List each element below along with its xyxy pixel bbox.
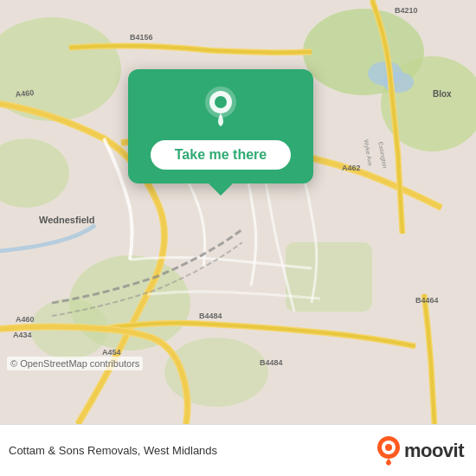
svg-text:B4464: B4464 — [415, 296, 439, 305]
svg-text:A460: A460 — [15, 88, 34, 99]
map-container: A460 B4156 A462 B4210 A460 B4484 A434 A4… — [0, 0, 476, 424]
svg-point-28 — [215, 96, 227, 108]
svg-text:A460: A460 — [16, 315, 35, 324]
take-me-there-button[interactable]: Take me there — [151, 140, 291, 170]
svg-rect-6 — [286, 242, 372, 312]
svg-text:A454: A454 — [102, 348, 121, 357]
svg-text:B4210: B4210 — [395, 6, 418, 15]
popup-card: Take me there — [128, 69, 313, 183]
svg-text:Wednesfield: Wednesfield — [39, 215, 95, 225]
svg-point-31 — [385, 444, 392, 451]
moovit-logo: moovit — [376, 435, 464, 466]
moovit-text: moovit — [404, 440, 464, 462]
location-pin-icon — [198, 85, 243, 130]
svg-text:Blox: Blox — [433, 89, 452, 99]
copyright-text: © OpenStreetMap contributors — [7, 357, 143, 370]
svg-text:B4484: B4484 — [199, 312, 222, 320]
bottom-bar: Cottam & Sons Removals, West Midlands mo… — [0, 424, 476, 476]
moovit-pin-icon — [376, 435, 401, 466]
svg-text:A434: A434 — [13, 331, 32, 339]
svg-text:A462: A462 — [342, 164, 361, 172]
location-text: Cottam & Sons Removals, West Midlands — [9, 444, 376, 457]
svg-text:B4484: B4484 — [260, 358, 283, 367]
svg-text:B4156: B4156 — [130, 33, 153, 42]
